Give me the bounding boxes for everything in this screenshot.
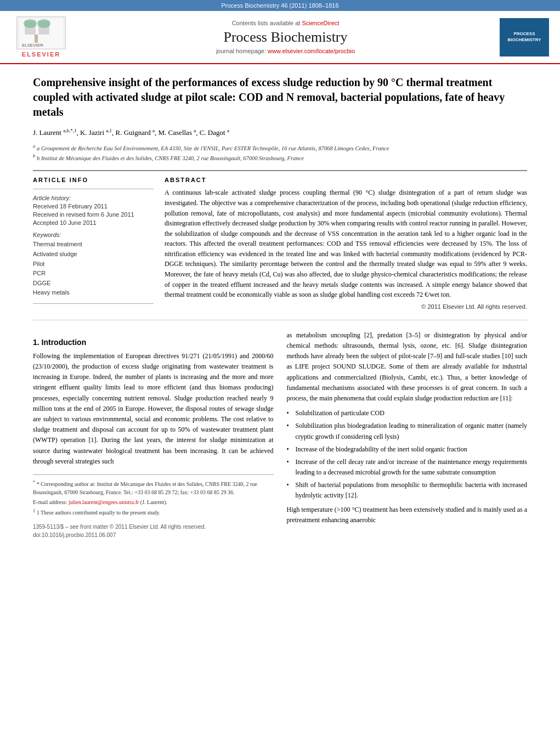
abstract-text: A continuous lab-scale activated sludge … bbox=[165, 188, 527, 300]
journal-title: Process Biochemistry bbox=[71, 29, 500, 46]
journal-center: Contents lists available at ScienceDirec… bbox=[71, 20, 500, 54]
affiliation-a: a a Groupement de Recherche Eau Sol Envi… bbox=[33, 143, 527, 152]
body-content: 1. Introduction Following the implementa… bbox=[33, 330, 527, 539]
info-divider-top bbox=[33, 189, 154, 189]
svg-text:ELSEVIER: ELSEVIER bbox=[22, 43, 43, 48]
header-divider bbox=[33, 170, 527, 171]
elsevier-text: ELSEVIER bbox=[22, 51, 60, 58]
doi-line: doi:10.1016/j.procbio.2011.06.007 bbox=[33, 531, 274, 539]
bullet-item-3: Increase of the biodegradability of the … bbox=[287, 444, 528, 455]
elsevier-logo-image: ELSEVIER bbox=[16, 16, 66, 49]
top-bar: Process Biochemistry 46 (2011) 1808–1816 bbox=[0, 0, 560, 11]
bullet-item-2: Solubilization plus biodegradation leadi… bbox=[287, 421, 528, 442]
bullet-item-1: Solubilization of particulate COD bbox=[287, 408, 528, 418]
sciencedirect-line: Contents lists available at ScienceDirec… bbox=[71, 20, 500, 26]
elsevier-tree-svg: ELSEVIER bbox=[19, 18, 63, 48]
issn-line: 1359-5113/$ – see front matter © 2011 El… bbox=[33, 523, 274, 531]
footnotes-section: * * Corresponding author at: Institut de… bbox=[33, 474, 274, 517]
article-title: Comprehensive insight of the performance… bbox=[33, 75, 527, 120]
accepted-date: Accepted 10 June 2011 bbox=[33, 219, 154, 226]
equal-contribution-footnote: 1 1 These authors contributed equally to… bbox=[33, 508, 274, 517]
page-wrapper: Process Biochemistry 46 (2011) 1808–1816… bbox=[0, 0, 560, 556]
keyword-5: DGGE bbox=[33, 279, 154, 289]
journal-issue-ref: Process Biochemistry 46 (2011) 1808–1816 bbox=[221, 2, 338, 9]
authors-line: J. Laurent a,b,*,1, K. Jaziri a,1, R. Gu… bbox=[33, 127, 527, 138]
email-label: E-mail address: bbox=[33, 499, 69, 505]
abstract-column: ABSTRACT A continuous lab-scale activate… bbox=[165, 177, 527, 310]
keyword-3: Pilot bbox=[33, 259, 154, 269]
sciencedirect-link[interactable]: ScienceDirect bbox=[302, 20, 339, 26]
journal-homepage-link[interactable]: www.elsevier.com/locate/procbio bbox=[268, 48, 355, 54]
intro-left-text: Following the implementation of European… bbox=[33, 351, 274, 467]
elsevier-logo: ELSEVIER ELSEVIER bbox=[11, 16, 71, 58]
keyword-4: PCR bbox=[33, 269, 154, 279]
abstract-header: ABSTRACT bbox=[165, 177, 527, 183]
keyword-1: Thermal treatment bbox=[33, 240, 154, 250]
intro-heading: 1. Introduction bbox=[33, 338, 274, 347]
bullet-list: Solubilization of particulate COD Solubi… bbox=[287, 408, 528, 501]
keyword-6: Heavy metals bbox=[33, 288, 154, 298]
svg-point-4 bbox=[37, 19, 50, 28]
bullet-item-5: Shift of bacterial populations from meso… bbox=[287, 480, 528, 501]
footer-info: 1359-5113/$ – see front matter © 2011 El… bbox=[33, 523, 274, 539]
email-link[interactable]: julien.laurent@engees.unistra.fr bbox=[69, 499, 139, 505]
intro-right-text: as metabolism uncoupling [2], predation … bbox=[287, 330, 528, 404]
contents-available-text: Contents lists available at bbox=[232, 20, 302, 26]
journal-homepage-line: journal homepage: www.elsevier.com/locat… bbox=[71, 48, 500, 54]
keyword-2: Activated sludge bbox=[33, 250, 154, 259]
email-name: (J. Laurent). bbox=[140, 499, 167, 505]
authors-text: J. Laurent a,b,*,1, K. Jaziri a,1, R. Gu… bbox=[33, 128, 229, 137]
right-para-1: as metabolism uncoupling [2], predation … bbox=[287, 330, 528, 404]
article-info-column: ARTICLE INFO Article history: Received 1… bbox=[33, 177, 154, 310]
svg-point-3 bbox=[24, 19, 37, 28]
final-para: High temperature (>100 °C) treatment has… bbox=[287, 505, 528, 525]
keywords-section: Keywords: Thermal treatment Activated sl… bbox=[33, 231, 154, 298]
article-history-label: Article history: bbox=[33, 195, 154, 201]
received-date: Received 18 February 2011 bbox=[33, 203, 154, 210]
journal-homepage-text: journal homepage: bbox=[216, 48, 268, 54]
svg-rect-5 bbox=[35, 35, 38, 43]
section-divider bbox=[33, 320, 527, 320]
body-left-col: 1. Introduction Following the implementa… bbox=[33, 330, 274, 539]
article-container: Comprehensive insight of the performance… bbox=[0, 64, 560, 556]
journal-header: ELSEVIER ELSEVIER Contents lists availab… bbox=[0, 11, 560, 64]
article-info-header: ARTICLE INFO bbox=[33, 177, 154, 183]
bullet-item-4: Increase of the cell decay rate and/or i… bbox=[287, 457, 528, 478]
email-footnote: E-mail address: julien.laurent@engees.un… bbox=[33, 498, 274, 506]
body-right-col: as metabolism uncoupling [2], predation … bbox=[287, 330, 528, 539]
affiliation-b: b b Institut de Mécanique des Fluides et… bbox=[33, 152, 527, 162]
keywords-label: Keywords: bbox=[33, 231, 154, 238]
info-divider-bottom bbox=[33, 303, 154, 304]
affiliations: a a Groupement de Recherche Eau Sol Envi… bbox=[33, 143, 527, 163]
process-biochem-logo: PROCESSBIOCHEMISTRY bbox=[500, 18, 549, 56]
article-info-abstract: ARTICLE INFO Article history: Received 1… bbox=[33, 177, 527, 310]
corresponding-footnote: * * Corresponding author at: Institut de… bbox=[33, 479, 274, 496]
final-right-text: High temperature (>100 °C) treatment has… bbox=[287, 505, 528, 525]
intro-paragraph-1: Following the implementation of European… bbox=[33, 351, 274, 467]
received-revised-date: Received in revised form 6 June 2011 bbox=[33, 211, 154, 218]
copyright-line: © 2011 Elsevier Ltd. All rights reserved… bbox=[165, 303, 527, 310]
